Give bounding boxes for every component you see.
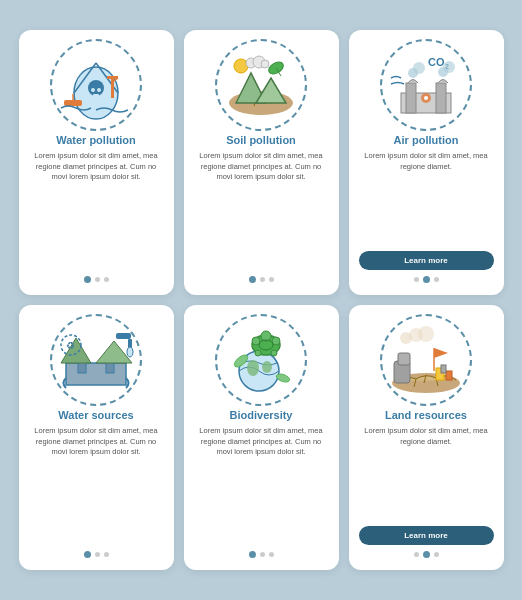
dot — [434, 277, 439, 282]
svg-point-3 — [88, 80, 104, 96]
card-soil-pollution-dots — [249, 276, 274, 283]
dot-active — [423, 551, 430, 558]
svg-marker-15 — [236, 73, 266, 103]
illustration-water-pollution — [46, 40, 146, 130]
card-water-pollution-title: Water pollution — [56, 134, 136, 146]
svg-point-52 — [271, 350, 277, 356]
card-air-pollution: CO 2 Air pollu — [349, 30, 504, 295]
dot — [104, 277, 109, 282]
svg-point-22 — [261, 60, 269, 68]
svg-point-28 — [408, 68, 418, 78]
card-water-pollution-dots — [84, 276, 109, 283]
card-land-resources-dots — [414, 551, 439, 558]
illustration-soil-pollution — [211, 40, 311, 130]
svg-rect-7 — [111, 78, 114, 98]
svg-rect-60 — [394, 361, 410, 383]
svg-line-57 — [414, 379, 416, 387]
svg-point-12 — [229, 91, 293, 115]
card-biodiversity-title: Biodiversity — [230, 409, 293, 421]
card-water-sources-dots — [84, 551, 109, 558]
card-water-pollution: Water pollution Lorem ipsum dolor sit di… — [19, 30, 174, 295]
card-soil-pollution-title: Soil pollution — [226, 134, 296, 146]
svg-point-50 — [272, 337, 280, 345]
svg-point-53 — [259, 340, 273, 350]
svg-point-51 — [255, 350, 261, 356]
learn-more-button-air[interactable]: Learn more — [359, 251, 494, 270]
svg-line-59 — [424, 375, 426, 383]
svg-line-18 — [276, 68, 281, 76]
svg-rect-27 — [436, 83, 446, 113]
dot — [414, 552, 419, 557]
illustration-land-resources — [376, 315, 476, 405]
card-land-resources: Land resources Lorem ipsum dolor sit dim… — [349, 305, 504, 570]
card-soil-pollution: Soil pollution Lorem ipsum dolor sit dim… — [184, 30, 339, 295]
svg-point-44 — [239, 351, 279, 391]
svg-marker-38 — [96, 341, 132, 363]
svg-point-31 — [443, 61, 455, 73]
dot-active — [423, 276, 430, 283]
card-soil-pollution-text: Lorem ipsum dolor sit dim amet, mea regi… — [194, 151, 329, 270]
svg-line-13 — [254, 98, 256, 106]
dot — [269, 552, 274, 557]
svg-marker-37 — [61, 338, 91, 363]
svg-marker-1 — [74, 63, 96, 93]
svg-point-17 — [267, 59, 286, 76]
svg-point-69 — [418, 326, 434, 342]
svg-text:2: 2 — [445, 63, 449, 70]
svg-point-5 — [97, 88, 101, 92]
dot — [104, 552, 109, 557]
dot — [414, 277, 419, 282]
svg-text:CO: CO — [428, 56, 445, 68]
dot-active — [249, 276, 256, 283]
svg-point-4 — [91, 88, 95, 92]
svg-point-67 — [400, 332, 412, 344]
svg-point-19 — [234, 59, 248, 73]
svg-text:♻: ♻ — [66, 340, 75, 351]
card-water-sources-text: Lorem ipsum dolor sit dim amet, mea regi… — [29, 426, 164, 545]
svg-rect-42 — [128, 339, 132, 351]
card-biodiversity: Biodiversity Lorem ipsum dolor sit dim a… — [184, 305, 339, 570]
svg-point-56 — [392, 373, 460, 393]
illustration-air-pollution: CO 2 — [376, 40, 476, 130]
learn-more-button-land[interactable]: Learn more — [359, 526, 494, 545]
svg-point-45 — [247, 360, 259, 376]
svg-line-9 — [114, 78, 118, 81]
svg-rect-6 — [93, 94, 99, 97]
svg-rect-62 — [436, 368, 444, 380]
card-air-pollution-dots — [414, 276, 439, 283]
svg-rect-36 — [106, 358, 114, 373]
card-air-pollution-text: Lorem ipsum dolor sit dim amet, mea regi… — [359, 151, 494, 246]
dot-active — [84, 276, 91, 283]
svg-rect-61 — [398, 353, 410, 365]
svg-point-29 — [413, 62, 425, 74]
svg-rect-35 — [78, 358, 86, 373]
svg-rect-64 — [441, 365, 446, 373]
svg-point-21 — [253, 56, 265, 68]
svg-point-0 — [74, 67, 118, 119]
dot — [95, 552, 100, 557]
svg-point-47 — [252, 335, 280, 355]
svg-rect-10 — [64, 100, 82, 106]
svg-rect-34 — [66, 363, 126, 385]
card-biodiversity-dots — [249, 551, 274, 558]
card-air-pollution-title: Air pollution — [394, 134, 459, 146]
svg-line-58 — [436, 378, 438, 386]
svg-point-20 — [246, 58, 256, 68]
card-water-sources-title: Water sources — [58, 409, 133, 421]
svg-rect-26 — [406, 83, 416, 113]
svg-point-49 — [252, 337, 260, 345]
svg-point-32 — [421, 93, 431, 103]
svg-point-54 — [232, 352, 249, 368]
dot — [260, 552, 265, 557]
svg-point-43 — [127, 347, 133, 357]
svg-point-48 — [261, 331, 271, 341]
dot-active — [84, 551, 91, 558]
svg-rect-8 — [107, 76, 118, 79]
illustration-biodiversity — [211, 315, 311, 405]
card-grid: Water pollution Lorem ipsum dolor sit di… — [5, 16, 518, 584]
card-land-resources-text: Lorem ipsum dolor sit dim amet, mea regi… — [359, 426, 494, 521]
card-water-sources: ♻ Water sources Lorem ipsum dolor sit di… — [19, 305, 174, 570]
svg-point-39 — [61, 335, 81, 355]
svg-marker-66 — [434, 348, 448, 358]
svg-point-46 — [262, 361, 272, 373]
